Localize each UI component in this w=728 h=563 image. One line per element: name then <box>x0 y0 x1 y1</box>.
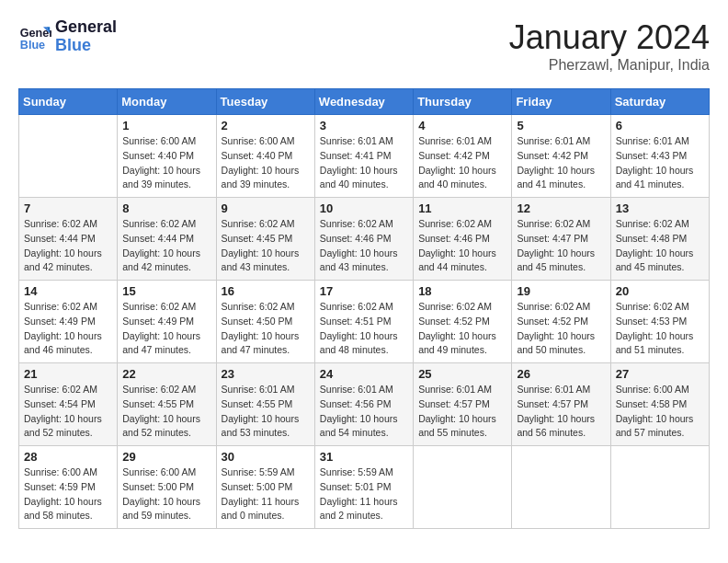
table-row: 16Sunrise: 6:02 AMSunset: 4:50 PMDayligh… <box>216 281 314 363</box>
day-info: Sunrise: 6:02 AMSunset: 4:47 PMDaylight:… <box>517 217 605 275</box>
day-info: Sunrise: 6:00 AMSunset: 4:40 PMDaylight:… <box>222 134 310 192</box>
calendar-week-row: 1Sunrise: 6:00 AMSunset: 4:40 PMDaylight… <box>19 115 710 198</box>
day-info: Sunrise: 6:02 AMSunset: 4:53 PMDaylight:… <box>616 300 704 358</box>
day-number: 23 <box>222 367 310 381</box>
calendar-week-row: 28Sunrise: 6:00 AMSunset: 4:59 PMDayligh… <box>19 446 710 529</box>
day-number: 6 <box>616 119 704 132</box>
table-row <box>512 446 610 529</box>
table-row: 31Sunrise: 5:59 AMSunset: 5:01 PMDayligh… <box>314 446 413 529</box>
day-info: Sunrise: 6:01 AMSunset: 4:56 PMDaylight:… <box>320 383 408 441</box>
day-number: 26 <box>517 367 605 381</box>
day-number: 11 <box>418 201 506 215</box>
day-info: Sunrise: 5:59 AMSunset: 5:01 PMDaylight:… <box>320 465 408 523</box>
table-row: 22Sunrise: 6:02 AMSunset: 4:55 PMDayligh… <box>118 363 216 446</box>
svg-text:Blue: Blue <box>20 38 45 51</box>
day-number: 21 <box>24 367 112 381</box>
table-row: 28Sunrise: 6:00 AMSunset: 4:59 PMDayligh… <box>19 446 118 529</box>
table-row: 14Sunrise: 6:02 AMSunset: 4:49 PMDayligh… <box>19 281 118 363</box>
table-row: 11Sunrise: 6:02 AMSunset: 4:46 PMDayligh… <box>414 198 512 281</box>
day-info: Sunrise: 6:02 AMSunset: 4:51 PMDaylight:… <box>320 300 408 358</box>
day-number: 2 <box>222 119 310 132</box>
header-monday: Monday <box>118 89 216 115</box>
table-row: 19Sunrise: 6:02 AMSunset: 4:52 PMDayligh… <box>512 281 610 363</box>
day-number: 8 <box>122 201 210 215</box>
table-row: 2Sunrise: 6:00 AMSunset: 4:40 PMDaylight… <box>216 115 314 198</box>
calendar-week-row: 21Sunrise: 6:02 AMSunset: 4:54 PMDayligh… <box>19 363 710 446</box>
day-info: Sunrise: 5:59 AMSunset: 5:00 PMDaylight:… <box>222 465 310 523</box>
day-info: Sunrise: 6:01 AMSunset: 4:42 PMDaylight:… <box>418 134 506 192</box>
table-row: 25Sunrise: 6:01 AMSunset: 4:57 PMDayligh… <box>414 363 512 446</box>
day-number: 12 <box>517 201 605 215</box>
day-number: 4 <box>418 119 506 132</box>
day-number: 20 <box>616 284 704 298</box>
table-row <box>414 446 512 529</box>
day-info: Sunrise: 6:02 AMSunset: 4:52 PMDaylight:… <box>517 300 605 358</box>
day-info: Sunrise: 6:00 AMSunset: 5:00 PMDaylight:… <box>122 465 210 523</box>
day-number: 13 <box>616 201 704 215</box>
day-number: 24 <box>320 367 408 381</box>
table-row: 23Sunrise: 6:01 AMSunset: 4:55 PMDayligh… <box>216 363 314 446</box>
day-info: Sunrise: 6:00 AMSunset: 4:58 PMDaylight:… <box>616 383 704 441</box>
day-info: Sunrise: 6:01 AMSunset: 4:57 PMDaylight:… <box>418 383 506 441</box>
table-row: 12Sunrise: 6:02 AMSunset: 4:47 PMDayligh… <box>512 198 610 281</box>
table-row: 27Sunrise: 6:00 AMSunset: 4:58 PMDayligh… <box>610 363 709 446</box>
header-wednesday: Wednesday <box>314 89 413 115</box>
day-number: 15 <box>122 284 210 298</box>
day-number: 30 <box>222 450 310 464</box>
day-info: Sunrise: 6:02 AMSunset: 4:50 PMDaylight:… <box>222 300 310 358</box>
table-row: 15Sunrise: 6:02 AMSunset: 4:49 PMDayligh… <box>118 281 216 363</box>
table-row <box>19 115 118 198</box>
day-info: Sunrise: 6:01 AMSunset: 4:41 PMDaylight:… <box>320 134 408 192</box>
day-info: Sunrise: 6:02 AMSunset: 4:44 PMDaylight:… <box>24 217 112 275</box>
day-number: 17 <box>320 284 408 298</box>
table-row: 9Sunrise: 6:02 AMSunset: 4:45 PMDaylight… <box>216 198 314 281</box>
table-row: 18Sunrise: 6:02 AMSunset: 4:52 PMDayligh… <box>414 281 512 363</box>
location-subtitle: Pherzawl, Manipur, India <box>509 57 710 74</box>
day-info: Sunrise: 6:01 AMSunset: 4:42 PMDaylight:… <box>517 134 605 192</box>
day-info: Sunrise: 6:01 AMSunset: 4:57 PMDaylight:… <box>517 383 605 441</box>
day-info: Sunrise: 6:00 AMSunset: 4:59 PMDaylight:… <box>24 465 112 523</box>
month-title: January 2024 <box>509 18 710 57</box>
table-row <box>610 446 709 529</box>
day-number: 9 <box>222 201 310 215</box>
header-sunday: Sunday <box>19 89 118 115</box>
day-info: Sunrise: 6:02 AMSunset: 4:46 PMDaylight:… <box>320 217 408 275</box>
day-info: Sunrise: 6:02 AMSunset: 4:52 PMDaylight:… <box>418 300 506 358</box>
header-thursday: Thursday <box>414 89 512 115</box>
title-block: January 2024 Pherzawl, Manipur, India <box>509 18 710 74</box>
logo-line1: General <box>55 18 117 37</box>
day-number: 14 <box>24 284 112 298</box>
header-saturday: Saturday <box>610 89 709 115</box>
table-row: 30Sunrise: 5:59 AMSunset: 5:00 PMDayligh… <box>216 446 314 529</box>
table-row: 21Sunrise: 6:02 AMSunset: 4:54 PMDayligh… <box>19 363 118 446</box>
day-number: 1 <box>122 119 210 132</box>
table-row: 29Sunrise: 6:00 AMSunset: 5:00 PMDayligh… <box>118 446 216 529</box>
table-row: 6Sunrise: 6:01 AMSunset: 4:43 PMDaylight… <box>610 115 709 198</box>
table-row: 1Sunrise: 6:00 AMSunset: 4:40 PMDaylight… <box>118 115 216 198</box>
table-row: 4Sunrise: 6:01 AMSunset: 4:42 PMDaylight… <box>414 115 512 198</box>
calendar-table: Sunday Monday Tuesday Wednesday Thursday… <box>18 88 710 529</box>
day-info: Sunrise: 6:02 AMSunset: 4:49 PMDaylight:… <box>122 300 210 358</box>
day-number: 22 <box>122 367 210 381</box>
logo-icon: General Blue <box>18 20 51 53</box>
table-row: 8Sunrise: 6:02 AMSunset: 4:44 PMDaylight… <box>118 198 216 281</box>
calendar-week-row: 7Sunrise: 6:02 AMSunset: 4:44 PMDaylight… <box>19 198 710 281</box>
day-info: Sunrise: 6:02 AMSunset: 4:54 PMDaylight:… <box>24 383 112 441</box>
page-header: General Blue General Blue January 2024 P… <box>18 18 710 74</box>
day-info: Sunrise: 6:01 AMSunset: 4:43 PMDaylight:… <box>616 134 704 192</box>
day-number: 19 <box>517 284 605 298</box>
day-info: Sunrise: 6:02 AMSunset: 4:49 PMDaylight:… <box>24 300 112 358</box>
weekday-header-row: Sunday Monday Tuesday Wednesday Thursday… <box>19 89 710 115</box>
day-number: 18 <box>418 284 506 298</box>
day-info: Sunrise: 6:02 AMSunset: 4:45 PMDaylight:… <box>222 217 310 275</box>
logo: General Blue General Blue <box>18 18 117 55</box>
table-row: 10Sunrise: 6:02 AMSunset: 4:46 PMDayligh… <box>314 198 413 281</box>
day-number: 5 <box>517 119 605 132</box>
calendar-week-row: 14Sunrise: 6:02 AMSunset: 4:49 PMDayligh… <box>19 281 710 363</box>
header-tuesday: Tuesday <box>216 89 314 115</box>
table-row: 13Sunrise: 6:02 AMSunset: 4:48 PMDayligh… <box>610 198 709 281</box>
day-number: 29 <box>122 450 210 464</box>
table-row: 3Sunrise: 6:01 AMSunset: 4:41 PMDaylight… <box>314 115 413 198</box>
day-info: Sunrise: 6:02 AMSunset: 4:55 PMDaylight:… <box>122 383 210 441</box>
table-row: 24Sunrise: 6:01 AMSunset: 4:56 PMDayligh… <box>314 363 413 446</box>
